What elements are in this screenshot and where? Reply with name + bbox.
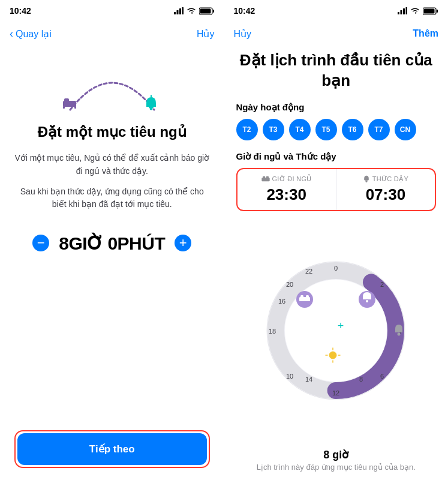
svg-point-25 [365,181,367,182]
svg-rect-17 [406,7,408,14]
svg-rect-2 [179,8,181,14]
left-content: Đặt một mục tiêu ngủ Với một mục tiêu, N… [0,47,224,480]
svg-rect-19 [437,10,438,13]
days-section-label: Ngày hoạt động [236,102,437,113]
bell-icon [363,175,370,182]
wake-time: 07:30 [344,185,428,204]
svg-text:16: 16 [278,298,285,305]
left-title: Đặt một mục tiêu ngủ [38,122,187,141]
day-btn-t3[interactable]: T3 [263,119,284,140]
sleep-arc-illustration [52,53,172,113]
svg-rect-45 [306,295,309,298]
svg-rect-1 [176,10,178,14]
svg-text:10: 10 [286,373,293,380]
status-time-left: 10:42 [10,6,31,16]
cancel-button[interactable]: Hủy [197,28,215,40]
svg-text:20: 20 [286,281,293,288]
svg-rect-16 [403,8,405,14]
day-btn-t7[interactable]: T7 [368,119,390,140]
status-icons-right [398,7,438,15]
svg-text:8: 8 [359,376,363,383]
status-icons-left [174,7,215,15]
svg-rect-23 [266,176,268,179]
day-btn-cn[interactable]: CN [395,119,416,140]
svg-rect-6 [200,8,211,13]
decrease-duration-button[interactable]: − [32,235,49,251]
svg-point-54 [398,333,401,336]
cancel-button-right[interactable]: Hủy [234,28,252,40]
right-screen: 10:42 Hủy Thêm Đặt lịch t [224,0,449,480]
svg-point-47 [366,300,368,302]
signal-icon-right [398,7,407,14]
svg-rect-9 [63,106,65,109]
status-bar-left: 10:42 [0,0,224,20]
next-button-wrapper: Tiếp theo [14,430,210,468]
left-screen: 10:42 ‹ Qu [0,0,224,480]
duration-display: 8GIỜ 0PHÚT [59,233,165,254]
svg-text:6: 6 [380,373,384,380]
next-button[interactable]: Tiếp theo [17,433,207,465]
sleep-icon-label: GIỜ ĐI NGỦ [245,175,329,183]
wifi-icon-right [410,7,420,14]
add-button[interactable]: Thêm [413,28,438,39]
duration-label: 8GIỜ 0PHÚT [59,233,165,253]
svg-point-12 [149,107,152,110]
svg-text:22: 22 [305,268,312,275]
clock-dial-wrapper: 0 2 4 6 12 10 18 20 22 8 14 16 [236,218,437,443]
day-btn-t4[interactable]: T4 [289,119,311,140]
battery-icon-right [423,7,438,15]
back-button[interactable]: ‹ Quay lại [10,28,52,40]
day-btn-t2[interactable]: T2 [236,119,258,140]
right-content: Đặt lịch trình đầu tiên của bạn Ngày hoạ… [224,47,449,480]
svg-rect-14 [398,12,399,14]
nav-bar-left: ‹ Quay lại Hủy [0,20,224,47]
svg-point-48 [329,352,336,359]
svg-rect-10 [74,106,76,109]
svg-text:18: 18 [269,328,276,335]
wifi-icon [187,7,196,14]
summary-hours: 8 giờ [236,448,437,461]
chevron-left-icon: ‹ [10,28,13,40]
sleep-duration-control: − 8GIỜ 0PHÚT + [32,233,191,254]
increase-duration-button[interactable]: + [175,235,191,251]
sleep-wake-box: GIỜ ĐI NGỦ 23:30 THỨC DẬY 07:30 [236,168,437,211]
desc-text-2: Sau khi bạn thức dậy, ứng dụng cũng có t… [14,185,210,211]
day-btn-t5[interactable]: T5 [315,119,337,140]
status-bar-right: 10:42 [224,0,449,20]
svg-text:0: 0 [334,265,338,272]
wake-icon-label: THỨC DẬY [344,175,428,183]
summary-desc: Lịch trình này đáp ứng mục tiêu ngủ của … [236,463,437,472]
svg-rect-5 [213,10,214,13]
svg-rect-8 [64,98,69,102]
status-time-right: 10:42 [234,6,255,16]
sleep-wake-label: Giờ đi ngủ và Thức dậy [236,151,437,162]
bottom-summary: 8 giờ Lịch trình này đáp ứng mục tiêu ng… [236,443,437,474]
sleep-wake-section: Giờ đi ngủ và Thức dậy GIỜ ĐI NGỦ 23:30 [236,151,437,211]
svg-rect-22 [263,176,265,179]
days-row: T2 T3 T4 T5 T6 T7 CN [236,119,437,140]
desc-text-1: Với một mục tiêu, Ngủ có thể để xuất cản… [14,152,210,178]
svg-rect-3 [182,7,184,14]
sleep-col[interactable]: GIỜ ĐI NGỦ 23:30 [237,169,336,210]
bed-icon [261,176,270,182]
right-title: Đặt lịch trình đầu tiên của bạn [236,50,437,91]
svg-text:12: 12 [332,389,339,397]
svg-rect-0 [174,12,176,14]
day-btn-t6[interactable]: T6 [342,119,363,140]
svg-rect-15 [401,10,402,14]
clock-dial-svg[interactable]: 0 2 4 6 12 10 18 20 22 8 14 16 [264,259,408,403]
svg-rect-44 [300,295,303,298]
battery-icon [199,7,215,15]
svg-text:14: 14 [305,376,312,383]
wake-col[interactable]: THỨC DẬY 07:30 [336,169,435,210]
nav-bar-right: Hủy Thêm [224,20,449,47]
svg-text:+: + [338,320,344,332]
back-label: Quay lại [16,28,52,40]
svg-rect-20 [424,8,435,13]
signal-icon [174,7,184,14]
sleep-time: 23:30 [245,185,329,204]
svg-text:2: 2 [380,281,384,288]
